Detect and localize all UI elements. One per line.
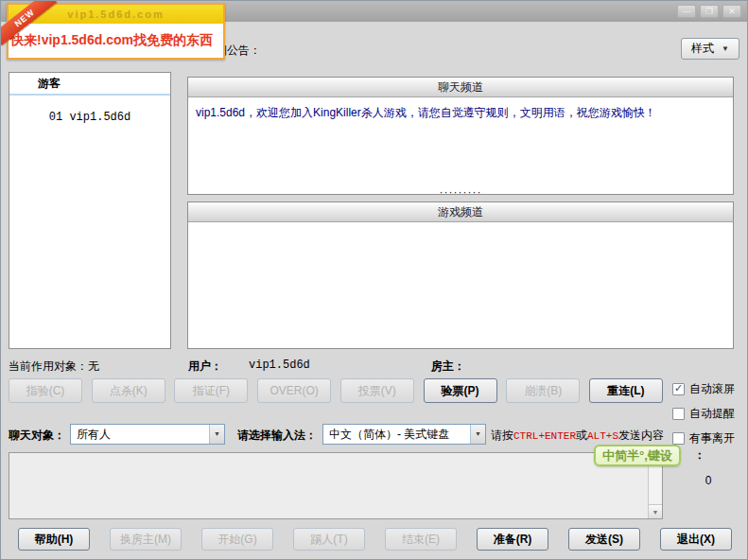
action-button-reconnect[interactable]: 重连(L) bbox=[589, 378, 663, 403]
hint-or: 或 bbox=[576, 429, 587, 442]
chat-channel-header: 聊天频道 bbox=[188, 78, 733, 97]
send-hint: 请按CTRL+ENTER或ALT+S发送内容 bbox=[491, 428, 664, 444]
auto-scroll-label: 自动滚屏 bbox=[689, 381, 735, 397]
action-button-zhizheng[interactable]: 指证(F) bbox=[174, 378, 248, 403]
ad-overlay[interactable]: NEW vip1.5d6d.com 快来!vip1.5d6d.com找免费的东西 bbox=[7, 3, 225, 60]
game-channel-panel: 游戏频道 bbox=[187, 201, 734, 349]
chat-target-label: 聊天对象： bbox=[9, 428, 65, 444]
hint-prefix: 请按 bbox=[491, 429, 513, 442]
minimize-button[interactable]: — bbox=[677, 5, 696, 18]
scroll-down-button[interactable]: ▼ bbox=[649, 504, 662, 518]
start-button[interactable]: 开始(G) bbox=[201, 528, 273, 551]
chat-channel-panel: 聊天频道 vip1.5d6d，欢迎您加入KingKiller杀人游戏，请您自觉遵… bbox=[187, 77, 734, 195]
ad-body-text: 快来!vip1.5d6d.com找免费的东西 bbox=[9, 24, 223, 58]
close-button[interactable]: ✕ bbox=[722, 5, 741, 18]
char-counter-value: 0 bbox=[697, 474, 720, 487]
user-list-header: 游客 bbox=[9, 73, 170, 96]
style-button-label: 样式 bbox=[691, 41, 714, 57]
style-button[interactable]: 样式 ▼ bbox=[681, 38, 739, 60]
chat-target-select[interactable]: 所有人 ▼ bbox=[70, 424, 225, 445]
away-label: 有事离开 bbox=[689, 430, 735, 446]
game-channel-header: 游戏频道 bbox=[188, 202, 733, 222]
hint-key-alt-s: ALT+S bbox=[587, 430, 618, 442]
send-button[interactable]: 发送(S) bbox=[568, 528, 640, 551]
kick-button[interactable]: 踢人(T) bbox=[293, 528, 365, 551]
option-away[interactable]: 有事离开 bbox=[672, 429, 746, 447]
chevron-down-icon[interactable]: ▼ bbox=[209, 425, 224, 444]
ime-select-label: 请选择输入法： bbox=[237, 428, 317, 444]
action-button-zhiyan[interactable]: 指验(C) bbox=[9, 378, 82, 403]
auto-remind-label: 自动提醒 bbox=[689, 406, 735, 422]
options-column: 自动滚屏 自动提醒 有事离开 bbox=[672, 379, 746, 453]
ime-select[interactable]: 中文（简体）- 美式键盘 ▼ bbox=[322, 424, 486, 445]
action-button-row: 指验(C) 点杀(K) 指证(F) OVER(O) 投票(V) 验票(P) 崩溃… bbox=[9, 378, 663, 404]
splitter-handle[interactable]: ········· bbox=[187, 187, 734, 197]
hint-suffix: 发送内容 bbox=[618, 429, 664, 442]
user-label: 用户： bbox=[188, 359, 222, 375]
user-value: vip1.5d6d bbox=[249, 359, 310, 372]
away-checkbox[interactable] bbox=[672, 432, 685, 445]
help-button[interactable]: 帮助(H) bbox=[18, 528, 90, 551]
maximize-button[interactable]: ❐ bbox=[700, 5, 719, 18]
user-list-item[interactable]: 01 vip1.5d6d bbox=[9, 111, 170, 124]
action-button-yanpiao[interactable]: 验票(P) bbox=[424, 378, 497, 403]
end-button[interactable]: 结束(E) bbox=[385, 528, 457, 551]
option-auto-remind[interactable]: 自动提醒 bbox=[672, 404, 746, 423]
ime-status-badge[interactable]: 中简半°,键设 bbox=[594, 445, 681, 466]
ime-value: 中文（简体）- 美式键盘 bbox=[323, 427, 470, 443]
window-controls: — ❐ ✕ bbox=[677, 5, 741, 18]
bottom-button-row: 帮助(H) 换房主(M) 开始(G) 踢人(T) 结束(E) 准备(R) 发送(… bbox=[9, 528, 741, 552]
hint-key-ctrl-enter: CTRL+ENTER bbox=[513, 430, 576, 442]
counter-colon: ： bbox=[694, 447, 705, 464]
chevron-down-icon[interactable]: ▼ bbox=[470, 425, 485, 444]
action-button-bengkui[interactable]: 崩溃(B) bbox=[506, 378, 580, 403]
auto-remind-checkbox[interactable] bbox=[672, 408, 685, 420]
chat-message: vip1.5d6d，欢迎您加入KingKiller杀人游戏，请您自觉遵守规则，文… bbox=[188, 97, 733, 128]
action-button-toupiao[interactable]: 投票(V) bbox=[340, 378, 414, 403]
chat-target-value: 所有人 bbox=[71, 427, 209, 443]
ready-button[interactable]: 准备(R) bbox=[477, 528, 548, 551]
exit-button[interactable]: 退出(X) bbox=[660, 528, 732, 551]
change-owner-button[interactable]: 换房主(M) bbox=[110, 528, 182, 551]
auto-scroll-checkbox[interactable] bbox=[672, 383, 685, 395]
game-client-window: KillerClient-ba7ege-vip 版本 test3 — ❐ ✕ N… bbox=[0, 0, 748, 560]
action-button-diansha[interactable]: 点杀(K) bbox=[92, 378, 165, 403]
current-target-label: 当前作用对象：无 bbox=[9, 359, 99, 375]
chevron-down-icon: ▼ bbox=[722, 44, 729, 53]
message-input[interactable]: ▼ bbox=[9, 452, 663, 519]
owner-label: 房主： bbox=[431, 359, 465, 375]
option-auto-scroll[interactable]: 自动滚屏 bbox=[672, 379, 746, 398]
action-button-over[interactable]: OVER(O) bbox=[257, 378, 331, 403]
user-list-panel: 游客 01 vip1.5d6d bbox=[9, 72, 171, 349]
